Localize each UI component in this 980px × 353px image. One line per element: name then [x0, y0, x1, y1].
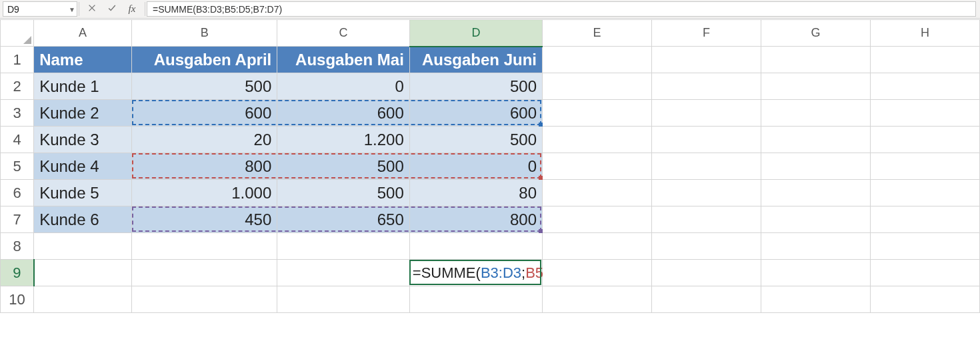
cell-G10[interactable]: [761, 286, 870, 313]
cell-B6[interactable]: 1.000: [132, 180, 277, 206]
cell-B7[interactable]: 450: [132, 206, 277, 233]
row-header-10[interactable]: 10: [1, 286, 34, 313]
cell-B8[interactable]: [132, 233, 277, 260]
cell-C2[interactable]: 0: [277, 73, 410, 100]
cell-A3[interactable]: Kunde 2: [34, 100, 132, 127]
cell-G9[interactable]: [761, 260, 870, 286]
cell-G6[interactable]: [761, 180, 870, 206]
cell-C5[interactable]: 500: [277, 153, 410, 180]
cell-G8[interactable]: [761, 233, 870, 260]
cell-C3[interactable]: 600: [277, 100, 410, 127]
insert-function-button[interactable]: fx: [122, 2, 142, 17]
cell-C7[interactable]: 650: [277, 206, 410, 233]
cell-D8[interactable]: [409, 233, 542, 260]
cell-F4[interactable]: [652, 127, 761, 153]
chevron-down-icon[interactable]: ▼: [69, 5, 75, 13]
cell-B4[interactable]: 20: [132, 127, 277, 153]
cell-H6[interactable]: [870, 180, 979, 206]
cell-G4[interactable]: [761, 127, 870, 153]
row-header-1[interactable]: 1: [1, 47, 34, 73]
cell-D1[interactable]: Ausgaben Juni: [409, 47, 542, 73]
cell-F2[interactable]: [652, 73, 761, 100]
cell-E6[interactable]: [543, 180, 652, 206]
cell-F1[interactable]: [652, 47, 761, 73]
name-box[interactable]: D9 ▼: [3, 1, 77, 17]
row-header-9[interactable]: 9: [1, 260, 34, 286]
cell-D3[interactable]: 600: [409, 100, 542, 127]
cell-E10[interactable]: [543, 286, 652, 313]
cell-C1[interactable]: Ausgaben Mai: [277, 47, 410, 73]
cell-A5[interactable]: Kunde 4: [34, 153, 132, 180]
cell-A6[interactable]: Kunde 5: [34, 180, 132, 206]
row-header-7[interactable]: 7: [1, 206, 34, 233]
cell-F7[interactable]: [652, 206, 761, 233]
cell-F5[interactable]: [652, 153, 761, 180]
row-header-2[interactable]: 2: [1, 73, 34, 100]
cell-E5[interactable]: [543, 153, 652, 180]
cell-G5[interactable]: [761, 153, 870, 180]
cell-F3[interactable]: [652, 100, 761, 127]
row-header-5[interactable]: 5: [1, 153, 34, 180]
cell-E9[interactable]: [543, 260, 652, 286]
cell-D2[interactable]: 500: [409, 73, 542, 100]
column-header-F[interactable]: F: [652, 20, 761, 47]
cell-C4[interactable]: 1.200: [277, 127, 410, 153]
cell-A1[interactable]: Name: [34, 47, 132, 73]
cell-C9[interactable]: [277, 260, 410, 286]
column-header-G[interactable]: G: [761, 20, 870, 47]
cell-B3[interactable]: 600: [132, 100, 277, 127]
cell-B5[interactable]: 800: [132, 153, 277, 180]
cell-H4[interactable]: [870, 127, 979, 153]
column-header-H[interactable]: H: [870, 20, 979, 47]
cell-D7[interactable]: 800: [409, 206, 542, 233]
row-header-3[interactable]: 3: [1, 100, 34, 127]
cell-B2[interactable]: 500: [132, 73, 277, 100]
cell-D4[interactable]: 500: [409, 127, 542, 153]
cell-G2[interactable]: [761, 73, 870, 100]
cell-A7[interactable]: Kunde 6: [34, 206, 132, 233]
worksheet[interactable]: ABCDEFGH1NameAusgaben AprilAusgaben MaiA…: [0, 19, 980, 313]
column-header-A[interactable]: A: [34, 20, 132, 47]
cell-H3[interactable]: [870, 100, 979, 127]
cell-G3[interactable]: [761, 100, 870, 127]
cell-A10[interactable]: [34, 286, 132, 313]
cell-H1[interactable]: [870, 47, 979, 73]
cell-E1[interactable]: [543, 47, 652, 73]
cell-C8[interactable]: [277, 233, 410, 260]
cell-H5[interactable]: [870, 153, 979, 180]
cell-H10[interactable]: [870, 286, 979, 313]
cell-G1[interactable]: [761, 47, 870, 73]
cell-B9[interactable]: [132, 260, 277, 286]
cell-G7[interactable]: [761, 206, 870, 233]
cell-D10[interactable]: [409, 286, 542, 313]
cell-A9[interactable]: [34, 260, 132, 286]
cell-A8[interactable]: [34, 233, 132, 260]
cell-H9[interactable]: [870, 260, 979, 286]
enter-button[interactable]: [102, 2, 122, 17]
cell-D9[interactable]: =SUMME(B3:D3;B5:D5;B7:D7): [409, 260, 542, 286]
cell-C6[interactable]: 500: [277, 180, 410, 206]
cell-D6[interactable]: 80: [409, 180, 542, 206]
cell-H2[interactable]: [870, 73, 979, 100]
cell-E4[interactable]: [543, 127, 652, 153]
cell-A4[interactable]: Kunde 3: [34, 127, 132, 153]
cell-F8[interactable]: [652, 233, 761, 260]
cell-H8[interactable]: [870, 233, 979, 260]
column-header-E[interactable]: E: [543, 20, 652, 47]
cell-F9[interactable]: [652, 260, 761, 286]
cell-D5[interactable]: 0: [409, 153, 542, 180]
cell-B1[interactable]: Ausgaben April: [132, 47, 277, 73]
cell-F10[interactable]: [652, 286, 761, 313]
row-header-6[interactable]: 6: [1, 180, 34, 206]
column-header-C[interactable]: C: [277, 20, 410, 47]
row-header-8[interactable]: 8: [1, 233, 34, 260]
cell-E3[interactable]: [543, 100, 652, 127]
cell-F6[interactable]: [652, 180, 761, 206]
select-all-corner[interactable]: [1, 20, 34, 47]
row-header-4[interactable]: 4: [1, 127, 34, 153]
cancel-button[interactable]: [82, 2, 102, 17]
formula-input[interactable]: =SUMME(B3:D3;B5:D5;B7:D7): [147, 1, 976, 17]
cell-E2[interactable]: [543, 73, 652, 100]
column-header-B[interactable]: B: [132, 20, 277, 47]
cell-H7[interactable]: [870, 206, 979, 233]
